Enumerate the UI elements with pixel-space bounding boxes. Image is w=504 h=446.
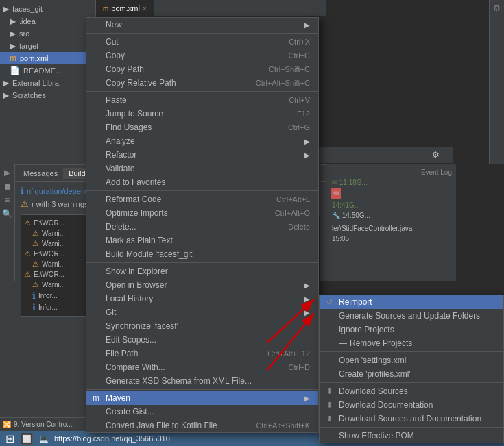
menu-create-gist[interactable]: Create Gist... [86,405,318,419]
menu-delete[interactable]: Delete... Delete [86,220,318,234]
menu-plain-text[interactable]: Mark as Plain Text [86,234,318,247]
menu-edit-scopes[interactable]: Edit Scopes... [86,333,318,347]
dash-icon: — [339,338,347,348]
submenu-sep-2 [320,382,503,383]
shortcut-kotlin: Ctrl+Alt+Shift+K [256,421,310,430]
submenu-generate-sources[interactable]: Generate Sources and Update Folders [320,309,503,323]
tree-item-pom[interactable]: m pom.xml [0,52,95,64]
menu-file-path[interactable]: File Path Ctrl+Alt+F12 [86,347,318,360]
menu-paste[interactable]: Paste Ctrl+V [86,93,318,107]
windows-icon: 🔲 [20,432,34,445]
shortcut-copy-rel: Ctrl+Alt+Shift+C [256,79,310,87]
menu-copy-path[interactable]: Copy Path Ctrl+Shift+C [86,62,318,76]
event-time: 15:05 [329,234,453,244]
shortcut-reformat: Ctrl+Alt+L [276,195,310,203]
icon-mail-1: ✉ [331,188,341,199]
filter-icon[interactable]: ≡ [2,195,13,206]
shortcut-optimize: Ctrl+Alt+O [275,209,310,217]
context-menu: New ▶ Cut Ctrl+X Copy Ctrl+C Copy Path C… [86,17,319,433]
menu-copy-relative[interactable]: Copy Relative Path Ctrl+Alt+Shift+C [86,76,318,90]
submenu-sep-3 [320,427,503,428]
tab-messages[interactable]: Messages [18,168,63,179]
warn-tree-icon-3: ⚠ [32,239,39,248]
tree-item-external-libs[interactable]: ▶ External Libra... [0,77,95,89]
tree-item-src[interactable]: ▶ src [0,27,95,40]
menu-refactor[interactable]: Refactor ▶ [86,148,318,162]
event-entry-3: 🔧 14:50G... [329,210,453,221]
menu-generate-xsd[interactable]: Generate XSD Schema from XML File... [86,374,318,388]
tree-item-idea[interactable]: ▶ .idea [0,15,95,27]
menu-copy[interactable]: Copy Ctrl+C [86,49,318,62]
editor-tab-bar: m pom.xml × [96,0,326,16]
warn-tree-icon-5: ⚠ [32,260,39,269]
menu-add-favorites[interactable]: Add to Favorites [86,175,318,189]
menu-reformat[interactable]: Reformat Code Ctrl+Alt+L [86,193,318,206]
version-control-bar[interactable]: 🔀 9: Version Contro... [0,417,96,431]
menu-compare[interactable]: Compare With... Ctrl+D [86,360,318,374]
menu-open-browser[interactable]: Open in Browser ▶ [86,278,318,292]
menu-convert-kotlin[interactable]: Convert Java File to Kotlin File Ctrl+Al… [86,419,318,432]
submenu-remove[interactable]: — Remove Projects [320,336,503,350]
menu-show-explorer[interactable]: Show in Explorer [86,264,318,278]
shortcut-cut: Ctrl+X [289,38,310,46]
menu-local-history[interactable]: Local History ▶ [86,292,318,306]
folder-icon-idea: ▶ [10,16,16,26]
menu-analyze[interactable]: Analyze ▶ [86,134,318,148]
warn-tree-icon-2: ⚠ [32,229,39,238]
menu-optimize[interactable]: Optimize Imports Ctrl+Alt+O [86,206,318,220]
warn-tree-icon-6: ⚠ [24,270,31,279]
submenu-reimport[interactable]: ↺ Reimport [320,295,503,309]
tree-item-scratches[interactable]: ▶ Scratches [0,89,95,101]
submenu-create-profiles[interactable]: Create 'profiles.xml' [320,367,503,381]
menu-validate[interactable]: Validate [86,162,318,175]
menu-maven[interactable]: m Maven ▶ [86,391,318,405]
event-entry-1: ✉ 11:18G... [329,177,453,188]
menu-git[interactable]: Git ▶ [86,306,318,319]
gear-icon[interactable]: ⚙ [492,3,503,14]
play-icon[interactable]: ▶ [2,167,13,178]
submenu-show-pom[interactable]: Show Effective POM [320,429,503,443]
settings-icon[interactable]: ⚙ [427,147,444,163]
maven-submenu: ↺ Reimport Generate Sources and Update F… [319,295,504,443]
shortcut-filepath: Ctrl+Alt+F12 [267,349,310,358]
menu-build-module[interactable]: Build Module 'facesf_git' [86,247,318,261]
tab-close-icon[interactable]: × [143,5,147,12]
shortcut-compare: Ctrl+D [289,363,310,371]
submenu-ignore[interactable]: Ignore Projects [320,323,503,336]
tree-item-faces-git[interactable]: ▶ faces_git [0,3,95,15]
menu-find-usages[interactable]: Find Usages Ctrl+G [86,121,318,134]
submenu-open-settings[interactable]: Open 'settings.xml' [320,354,503,367]
submenu-download-sources[interactable]: ⬇ Download Sources [320,384,503,398]
warn-tree-icon-1: ⚠ [24,219,31,227]
tree-item-target[interactable]: ▶ target [0,40,95,52]
submenu-download-both[interactable]: ⬇ Download Sources and Documentation [320,412,503,425]
folder-icon-target: ▶ [10,41,16,51]
event-log-header: Event Log [329,167,453,177]
arrow-icon-maven: ▶ [304,395,310,402]
tree-item-readme[interactable]: 📄 README... [0,64,95,77]
download-icon-1: ⬇ [324,387,335,396]
version-control-icon: 🔀 [3,421,11,428]
status-url: https://blog.csdn.net/qq_35665010 [54,434,170,443]
separator-5 [86,389,318,390]
arrow-icon-new: ▶ [304,21,310,29]
arrow-icon-browser: ▶ [304,282,310,289]
menu-cut[interactable]: Cut Ctrl+X [86,35,318,49]
shortcut-delete: Delete [288,223,310,231]
reimport-icon: ↺ [324,298,335,307]
search-icon[interactable]: 🔍 [2,208,13,219]
warn-tree-icon-7: ⚠ [32,280,39,289]
tab-pom-xml[interactable]: m pom.xml × [96,0,154,16]
event-entry-2: 14:41G... [329,200,453,210]
menu-synchronize[interactable]: Synchronize 'facesf' [86,319,318,333]
menu-jump-source[interactable]: Jump to Source F12 [86,107,318,121]
shortcut-copy-path: Ctrl+Shift+C [269,65,310,73]
lib-icon: ▶ [3,78,9,88]
menu-new[interactable]: New ▶ [86,18,318,32]
xml-tab-icon: m [103,5,108,12]
stop-icon[interactable]: ◼ [2,181,13,192]
arrow-icon-analyze: ▶ [304,138,310,145]
shortcut-copy: Ctrl+C [289,51,310,60]
info-icon-1: ℹ [21,186,24,196]
submenu-download-docs[interactable]: ⬇ Download Documentation [320,398,503,412]
